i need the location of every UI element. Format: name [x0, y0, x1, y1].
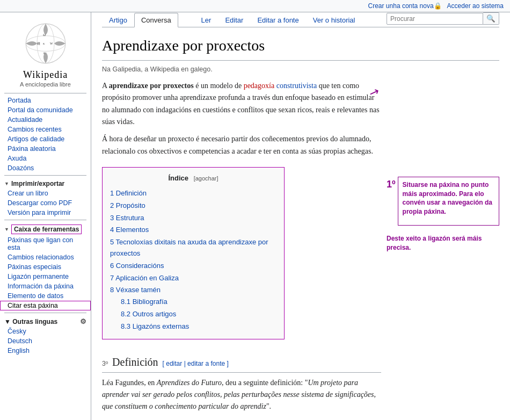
toc-link-5[interactable]: 5 Tecnoloxías dixitais na axuda da apren…: [110, 238, 268, 257]
sidebar-item-portal[interactable]: Portal da comunidade: [0, 105, 91, 115]
login-link[interactable]: Acceder ao sistema: [447, 2, 504, 10]
section1-p1b: , deu a seguinte definición: ": [222, 379, 308, 387]
tab-editar[interactable]: Editar: [218, 13, 250, 27]
site-tagline: A enciclopedia libre: [0, 81, 91, 88]
toc-link-1[interactable]: 1 Definición: [110, 189, 147, 197]
tab-conversa[interactable]: Conversa: [134, 13, 178, 27]
edit-link[interactable]: editar: [166, 360, 182, 367]
intro-pre: A: [102, 82, 109, 90]
sidebar-item-ligazon-permanente[interactable]: Ligazón permanente: [0, 272, 91, 281]
toc-link-8-1[interactable]: 8.1 Bibliografía: [121, 298, 167, 306]
section-num-3: 3º: [102, 359, 108, 369]
tools-section-header[interactable]: ▼ Caixa de ferramentas: [0, 222, 91, 235]
sidebar-item-english[interactable]: English: [0, 346, 91, 356]
content-area: Artigo Conversa Ler Editar Editar a font…: [91, 12, 510, 420]
anno1-num: 1º: [387, 177, 396, 192]
toc-title-text: Índice: [168, 174, 188, 182]
toc-item-4: 4 Elementos: [110, 224, 276, 236]
toc-link-8-2[interactable]: 8.2 Outros artigos: [121, 310, 176, 318]
sidebar-item-cambios[interactable]: Cambios recentes: [0, 125, 91, 134]
search-input[interactable]: [387, 13, 483, 25]
sidebar-item-portada[interactable]: Portada: [0, 96, 91, 105]
search-button[interactable]: 🔍: [483, 12, 499, 25]
section1-quote-end: ".: [266, 402, 271, 410]
tab-historial[interactable]: Ver o historial: [306, 13, 362, 27]
tab-bar: Artigo Conversa Ler Editar Editar a font…: [102, 12, 499, 27]
toc-toggle[interactable]: [agochar]: [194, 175, 218, 182]
tools-section: ▼ Caixa de ferramentas Páxinas que ligan…: [0, 222, 91, 310]
table-of-contents: Índice [agochar] 1 Definición 2 Propósit…: [102, 167, 285, 339]
toc-item-8-3: 8.3 Ligazóns externas: [121, 321, 276, 333]
tab-editar-fonte[interactable]: Editar a fonte: [250, 13, 305, 27]
toc-item-2: 2 Propósito: [110, 200, 276, 212]
sidebar-item-cambios-relacionados[interactable]: Cambios relacionados: [0, 252, 91, 262]
link-pedagogia[interactable]: pedagoxía: [244, 82, 275, 90]
toc-link-6[interactable]: 6 Consideracións: [110, 262, 164, 270]
annotation-column: 1º ↙ Situarse na páxina no punto máis ap…: [381, 80, 499, 420]
toc-link-8-3[interactable]: 8.3 Ligazóns externas: [121, 322, 189, 330]
toc-link-2[interactable]: 2 Propósito: [110, 201, 145, 209]
intro-paragraph-1: A aprendizaxe por proxectos é un modelo …: [102, 80, 381, 128]
toc-link-8[interactable]: 8 Véxase tamén: [110, 286, 161, 294]
tab-artigo[interactable]: Artigo: [102, 13, 134, 27]
sidebar-item-artigos[interactable]: Artigos de calidade: [0, 134, 91, 144]
tools-section-label: Caixa de ferramentas: [11, 225, 82, 234]
link-construtivista[interactable]: construtivista: [276, 82, 317, 90]
annotation-1: 1º ↙ Situarse na páxina no punto máis ap…: [387, 177, 499, 226]
sidebar-item-informacion[interactable]: Información da páxina: [0, 281, 91, 291]
sidebar-item-cesky[interactable]: Česky: [0, 327, 91, 336]
section1-paragraph-1: Léa Fagundes, en Aprendizes do Futuro, d…: [102, 377, 381, 413]
anno-wrapper: A aprendizaxe por proxectos é un modelo …: [102, 80, 499, 420]
langs-label: Outras linguas: [12, 318, 57, 325]
toc-item-8: 8 Véxase tamén 8.1 Bibliografía 8.2 Outr…: [110, 284, 276, 333]
search-box: 🔍: [387, 12, 499, 25]
svg-text:維: 維: [37, 42, 40, 45]
sidebar-item-descargar-pdf[interactable]: Descargar como PDF: [0, 198, 91, 208]
toc-item-8-1: 8.1 Bibliografía: [121, 296, 276, 308]
print-section-label: Imprimir/exportar: [11, 180, 64, 187]
site-name: Wikipedia: [0, 68, 91, 81]
article-subtitle: Na Galipedia, a Wikipedia en galego.: [102, 64, 499, 75]
sidebar-item-citar[interactable]: Citar esta páxina: [0, 301, 91, 310]
sidebar-item-version-imprimir[interactable]: Versión para imprimir: [0, 208, 91, 218]
anno1-text: Situarse na páxina no punto máis aproxim…: [403, 180, 494, 216]
toc-link-3[interactable]: 3 Estrutura: [110, 214, 144, 222]
triangle-icon-langs: ▼: [4, 318, 11, 325]
triangle-icon-tools: ▼: [4, 227, 9, 232]
intro-paragraph-2: Á hora de deseñar un proxecto é necesari…: [102, 133, 381, 157]
intro-bold: aprendizaxe por proxectos: [109, 82, 194, 90]
toc-item-7: 7 Aplicación en Galiza: [110, 272, 276, 285]
lock-icon: 🔒: [434, 2, 442, 10]
anno1-box: Situarse na páxina no punto máis aproxim…: [398, 177, 499, 226]
create-account-link[interactable]: Crear unha conta nova: [368, 2, 434, 10]
sidebar-item-actualidade[interactable]: Actualidade: [0, 115, 91, 125]
edit-fonte-link[interactable]: editar a fonte: [187, 360, 225, 367]
triangle-icon: ▼: [4, 181, 9, 186]
langs-nav: Česky Deutsch English: [0, 327, 91, 356]
sidebar-item-axuda[interactable]: Axuda: [0, 154, 91, 163]
tab-ler[interactable]: Ler: [194, 13, 218, 27]
sidebar-item-doazons[interactable]: Doazóns: [0, 163, 91, 173]
sidebar-item-paxinas-ligan[interactable]: Páxinas que ligan con esta: [0, 235, 91, 252]
gear-icon[interactable]: ⚙: [80, 317, 86, 325]
toc-sublist-8: 8.1 Bibliografía 8.2 Outros artigos 8.3 …: [110, 296, 276, 332]
toc-item-1: 1 Definición: [110, 187, 276, 200]
svg-text:Ω: Ω: [43, 33, 46, 37]
sidebar-item-elemento-datos[interactable]: Elemento de datos: [0, 291, 91, 301]
svg-text:A: A: [43, 52, 45, 55]
sidebar-item-paxina[interactable]: Páxina aleatoria: [0, 144, 91, 154]
toc-item-8-2: 8.2 Outros artigos: [121, 308, 276, 321]
sidebar-item-deutsch[interactable]: Deutsch: [0, 336, 91, 346]
sidebar-logo: Ω 維 W A к: [0, 17, 91, 68]
sidebar-item-criar-libro[interactable]: Crear un libro: [0, 189, 91, 198]
toc-link-7[interactable]: 7 Aplicación en Galiza: [110, 274, 179, 282]
main-nav: Portada Portal da comunidade Actualidade…: [0, 96, 91, 173]
toc-link-4[interactable]: 4 Elementos: [110, 226, 149, 234]
anno2-text: Deste xeito a ligazón será máis precisa.: [387, 234, 499, 252]
section1-italic: Aprendizes do Futuro: [157, 379, 222, 387]
article-title: Aprendizaxe por proxectos: [102, 34, 499, 61]
section-title-definicion: Definición: [112, 353, 158, 371]
print-section-header[interactable]: ▼ Imprimir/exportar: [0, 178, 91, 189]
langs-section-header-text[interactable]: ▼ Outras linguas: [4, 318, 57, 325]
sidebar-item-paxinas-especiais[interactable]: Páxinas especiais: [0, 262, 91, 272]
